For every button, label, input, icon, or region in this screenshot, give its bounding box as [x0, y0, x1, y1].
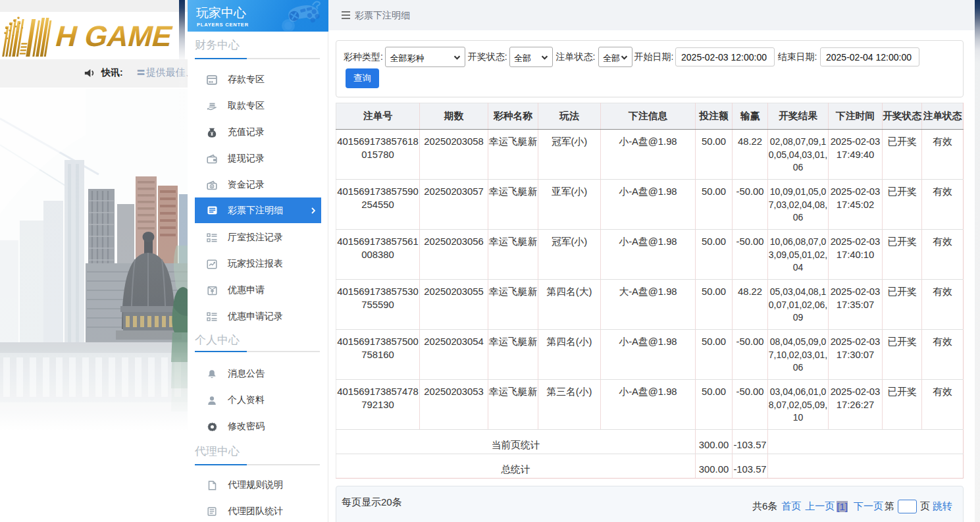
- svg-text:H GAME: H GAME: [53, 20, 176, 52]
